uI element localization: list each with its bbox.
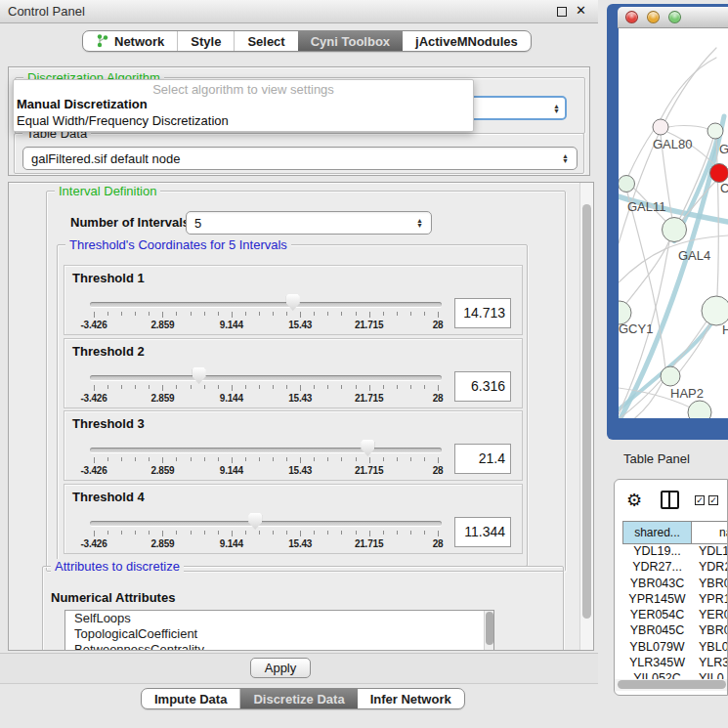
- numerical-attributes-list[interactable]: SelfLoopsTopologicalCoefficientBetweenne…: [64, 610, 494, 651]
- table-row[interactable]: YBR043CYBR0: [622, 577, 728, 592]
- algorithm-dropdown-popup: Select algorithm to view settings Manual…: [13, 79, 474, 132]
- mac-zoom-icon[interactable]: [668, 11, 681, 23]
- number-of-intervals-combobox[interactable]: 5 ▲▼: [186, 211, 432, 235]
- tick-mark: [341, 531, 342, 535]
- tick-mark: [232, 457, 233, 463]
- network-node[interactable]: [653, 119, 668, 135]
- network-node[interactable]: [702, 296, 728, 325]
- attributes-group: Attributes to discretize Numerical Attri…: [42, 566, 564, 651]
- network-edge[interactable]: [661, 58, 716, 119]
- control-panel-titlebar: Control Panel ✕: [0, 0, 598, 23]
- list-item[interactable]: SelfLoops: [65, 611, 493, 626]
- table-row[interactable]: YBL079WYBL0: [622, 640, 728, 656]
- cell-shared-name: YBR045C: [622, 623, 692, 639]
- table-horizontal-scrollbar[interactable]: [615, 679, 728, 691]
- table-row[interactable]: YIL052CYIL0: [622, 671, 728, 679]
- network-canvas[interactable]: GAL80GACGAL11GAL4GCY1HHAP2: [619, 28, 728, 418]
- list-item[interactable]: BetweennessCentrality: [65, 642, 493, 651]
- slider-thumb-icon[interactable]: [193, 367, 206, 384]
- tick-mark: [232, 385, 233, 391]
- mac-close-icon[interactable]: [625, 11, 638, 23]
- gear-icon[interactable]: ⚙: [626, 490, 642, 511]
- tick-mark: [107, 531, 108, 535]
- slider-track[interactable]: [90, 302, 442, 307]
- table-panel-window: ⚙ ✓ ✓ shared... na YDL19...YDL1YDR27...Y…: [614, 479, 728, 696]
- tick-mark: [327, 531, 328, 535]
- threshold-slider[interactable]: [90, 519, 442, 529]
- tick-mark: [424, 531, 425, 535]
- tab-cyni-toolbox[interactable]: Cyni Toolbox: [298, 31, 403, 51]
- tick-mark: [369, 531, 370, 536]
- tick-label: -3.426: [66, 538, 121, 549]
- float-window-icon[interactable]: [557, 7, 567, 17]
- attributes-scrollbar[interactable]: [484, 611, 494, 651]
- tab-discretize-data[interactable]: Discretize Data: [239, 689, 357, 708]
- tick-mark: [300, 312, 301, 318]
- threshold-value-field[interactable]: 11.344: [454, 517, 511, 547]
- tab-jactivemnodules[interactable]: jActiveMNodules: [403, 31, 531, 51]
- network-node[interactable]: [663, 218, 687, 242]
- slider-thumb-icon[interactable]: [286, 294, 300, 311]
- tab-impute-data[interactable]: Impute Data: [142, 689, 239, 708]
- slider-track[interactable]: [90, 521, 442, 526]
- table-row[interactable]: YPR145WYPR1: [622, 592, 728, 608]
- threshold-slider[interactable]: [90, 300, 442, 310]
- network-edge[interactable]: [668, 126, 707, 129]
- algorithm-option-manual-discretization[interactable]: Manual Discretization: [17, 97, 148, 111]
- tab-label: Network: [114, 34, 164, 49]
- network-node-label: C: [720, 181, 728, 195]
- network-node[interactable]: [688, 401, 711, 418]
- close-icon[interactable]: ✕: [576, 3, 586, 18]
- tick-mark: [383, 312, 384, 316]
- threshold-value-field[interactable]: 21.4: [454, 444, 511, 474]
- network-node-label: GA: [719, 142, 728, 156]
- slider-track[interactable]: [90, 375, 442, 380]
- threshold-value-field[interactable]: 14.713: [454, 298, 511, 328]
- tick-mark: [383, 385, 384, 389]
- tick-label: 15.43: [273, 465, 327, 476]
- table-row[interactable]: YDR27...YDR2: [622, 560, 728, 576]
- table-data-combobox[interactable]: galFiltered.sif default node ▲▼: [22, 147, 578, 170]
- tick-mark: [218, 312, 219, 316]
- table-row[interactable]: YLR345WYLR3: [622, 656, 728, 671]
- cell-name: YLR3: [692, 656, 728, 671]
- column-header-shared-name[interactable]: shared...: [622, 521, 692, 544]
- algorithm-option-equal-width-frequency-discretization[interactable]: Equal Width/Frequency Discretization: [17, 113, 229, 128]
- column-header-name[interactable]: na: [692, 521, 728, 544]
- tick-mark: [397, 312, 398, 316]
- network-node[interactable]: [707, 123, 723, 139]
- control-panel-tabbar: NetworkStyleSelectCyni ToolboxjActiveMNo…: [82, 30, 532, 52]
- list-item[interactable]: TopologicalCoefficient: [65, 626, 493, 642]
- threshold-slider[interactable]: [90, 373, 442, 383]
- tab-infer-network[interactable]: Infer Network: [358, 689, 464, 708]
- settings-scrollbar[interactable]: [579, 183, 594, 650]
- network-node[interactable]: [619, 176, 635, 193]
- slider-ticks: [90, 312, 442, 319]
- slider-track[interactable]: [90, 448, 442, 452]
- tick-mark: [162, 531, 163, 536]
- slider-thumb-icon[interactable]: [361, 440, 374, 456]
- tick-mark: [369, 312, 370, 318]
- mac-minimize-icon[interactable]: [647, 11, 660, 23]
- algorithm-combobox[interactable]: ▲▼: [467, 96, 567, 120]
- checkbox-icon[interactable]: ✓: [708, 495, 718, 505]
- slider-thumb-icon[interactable]: [248, 513, 262, 530]
- threshold-value-field[interactable]: 6.316: [454, 371, 511, 402]
- checkbox-icon[interactable]: ✓: [695, 495, 705, 505]
- threshold-slider[interactable]: [90, 446, 442, 455]
- apply-button[interactable]: Apply: [250, 658, 311, 678]
- tick-mark: [383, 531, 384, 535]
- network-node[interactable]: [661, 366, 680, 386]
- tick-mark: [176, 385, 177, 389]
- split-pane-icon[interactable]: [661, 491, 679, 509]
- table-row[interactable]: YBR045CYBR0: [622, 623, 728, 639]
- table-row[interactable]: YER054CYER0: [622, 608, 728, 623]
- tab-style[interactable]: Style: [177, 31, 234, 51]
- algorithm-hint: Select algorithm to view settings: [14, 82, 473, 97]
- table-row[interactable]: YDL19...YDL1: [622, 544, 728, 560]
- threshold-panel-2: Threshold 2-3.4262.8599.14415.4321.71528…: [64, 338, 523, 408]
- tab-select[interactable]: Select: [234, 31, 297, 51]
- network-node[interactable]: [710, 164, 728, 183]
- network-window-titlebar: [618, 7, 728, 28]
- tab-network[interactable]: Network: [83, 31, 177, 51]
